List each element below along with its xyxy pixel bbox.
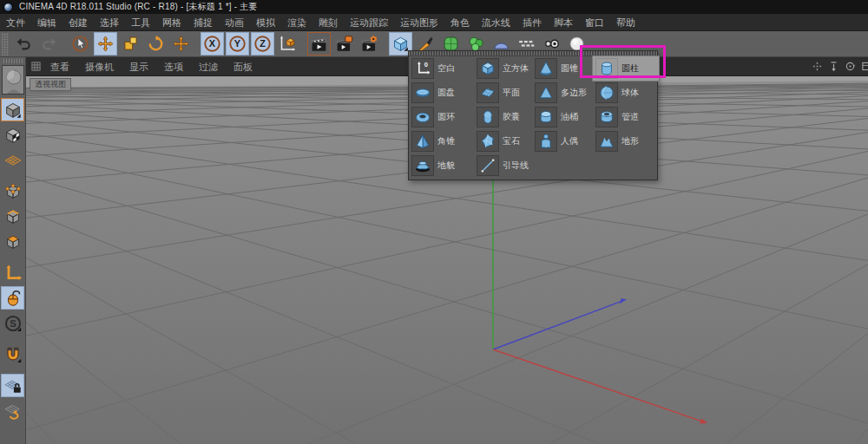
render-picture-viewer-button[interactable] [332,32,356,56]
primitive-landscape[interactable]: 地形 [593,129,659,153]
last-used-tool-button[interactable] [169,32,193,56]
menu-item[interactable]: 动画 [219,14,250,31]
zoom-view-button[interactable] [827,60,840,73]
layout-thumbnail[interactable] [2,65,24,95]
menu-item[interactable]: 渲染 [281,14,312,31]
enable-snap-button[interactable] [1,343,24,366]
primitive-null[interactable]: 0空白 [409,56,474,81]
primitive-torus[interactable]: 圆环 [409,105,474,129]
toolbar-separator [194,33,200,56]
primitive-cube[interactable]: 立方体 [474,56,532,81]
menu-item[interactable]: 运动图形 [394,14,444,31]
primitive-label: 圆环 [437,111,455,123]
render-clapper-icon [310,35,328,53]
live-selection-button[interactable] [69,32,92,56]
move-icon [96,35,115,53]
menu-item[interactable]: 流水线 [476,14,516,31]
lock-x-axis-button[interactable]: X [201,32,224,56]
toggle-view-button[interactable] [860,60,868,73]
coordinate-system-button[interactable] [276,32,299,56]
model-cube-icon [3,101,23,120]
menu-item[interactable]: 创建 [62,14,94,31]
menu-item[interactable]: 窗口 [579,14,610,31]
primitive-cylinder[interactable]: 圆柱 [593,56,659,81]
primitive-label: 圆柱 [621,62,639,75]
viewport-menu-item[interactable]: 显示 [122,57,156,76]
planar-workplane-button[interactable] [1,399,24,422]
toolbar-separator [62,33,68,56]
relief-icon [411,155,434,176]
primitive-figure[interactable]: 人偶 [532,129,593,153]
pan-view-button[interactable] [811,60,824,73]
viewport-solo-button[interactable] [1,286,24,310]
scale-tool-button[interactable] [119,32,142,56]
menu-item[interactable]: 脚本 [548,14,579,31]
redo-button[interactable] [37,32,61,56]
workplane-mode-button[interactable] [1,148,24,172]
viewport-menu-item[interactable]: 摄像机 [77,57,122,76]
viewport-menu-item[interactable]: 过滤 [191,57,226,76]
menu-item[interactable]: 选择 [94,14,125,31]
toolbar-drag-handle[interactable] [3,59,23,63]
rotate-view-button[interactable] [844,60,857,73]
menu-item[interactable]: 模拟 [250,14,281,31]
plane-icon [477,82,499,103]
menu-item[interactable]: 网格 [156,14,187,31]
primitive-disc[interactable]: 圆盘 [409,81,474,105]
cylinder-icon [595,58,618,79]
primitive-pyramid[interactable]: 角锥 [409,129,474,153]
primitive-sphere[interactable]: 球体 [593,81,659,105]
primitive-plane[interactable]: 平面 [474,81,532,105]
landscape-icon [595,131,618,152]
polygons-mode-button[interactable] [1,230,24,253]
toolbar-drag-handle[interactable] [2,33,9,56]
primitive-relief[interactable]: 地貌 [409,153,474,178]
rotate-tool-button[interactable] [144,32,168,56]
menu-item[interactable]: 捕捉 [187,14,219,31]
menu-item[interactable]: 帮助 [610,14,641,31]
primitive-cone[interactable]: 圆锥 [532,56,593,81]
primitive-label: 多边形 [561,87,587,99]
orbit-icon [845,61,856,72]
sculpt-button[interactable]: S [1,311,24,335]
primitive-tube[interactable]: 管道 [593,105,659,129]
primitive-platonic[interactable]: 宝石 [474,129,532,153]
gem-icon [477,131,499,152]
menu-item[interactable]: 运动跟踪 [344,14,394,31]
redo-icon [40,35,58,53]
menu-item[interactable]: 雕刻 [312,14,344,31]
menu-item[interactable]: 插件 [516,14,548,31]
primitive-label: 角锥 [437,135,455,147]
undo-icon [15,35,33,53]
primitive-label: 油桶 [561,111,578,123]
menu-item[interactable]: 角色 [444,14,476,31]
cube-icon [477,58,499,79]
enable-axis-button[interactable] [1,261,24,284]
viewport-menu-item[interactable]: 选项 [156,57,191,76]
render-view-button[interactable] [307,32,331,56]
menu-item[interactable]: 文件 [0,14,31,31]
primitive-capsule[interactable]: 胶囊 [474,105,532,129]
capsule-icon [477,107,499,127]
primitive-guide[interactable]: 引导线 [474,153,532,178]
undo-button[interactable] [12,32,36,56]
pyramid-icon [411,131,434,152]
lock-z-axis-button[interactable]: Z [251,32,274,56]
lock-workplane-button[interactable] [1,374,24,397]
primitive-oil-tank[interactable]: 油桶 [532,105,593,129]
primitive-polygon[interactable]: 多边形 [532,81,593,105]
edges-mode-button[interactable] [1,205,24,228]
model-mode-button[interactable] [1,98,24,121]
tube-icon [595,107,618,127]
viewport-menu-item[interactable]: 面板 [226,57,260,76]
svg-text:Z: Z [260,38,266,49]
menu-item[interactable]: 工具 [125,14,156,31]
render-settings-button[interactable] [358,32,381,56]
magnet-icon [3,345,23,364]
lock-y-axis-button[interactable]: Y [226,32,249,56]
viewport-menu-item[interactable]: 查看 [43,57,77,76]
menu-item[interactable]: 编辑 [31,14,62,31]
texture-mode-button[interactable] [1,123,24,147]
move-tool-button[interactable] [94,32,117,56]
points-mode-button[interactable] [1,180,24,203]
